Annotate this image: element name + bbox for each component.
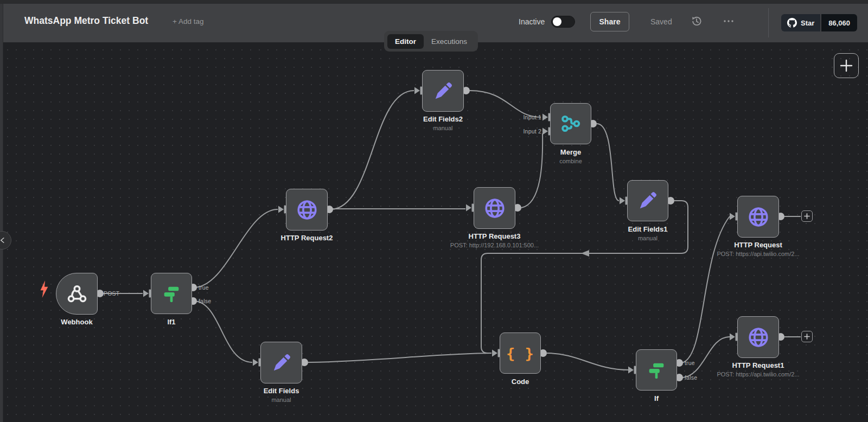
- trigger-bolt-icon: [40, 280, 49, 298]
- add-node-endpoint-httprequest[interactable]: [801, 210, 813, 222]
- node-subtitle: POST: https://api.twilio.com/2...: [677, 251, 840, 257]
- node-edit-fields2[interactable]: Edit Fields2 manual: [422, 70, 464, 112]
- node-http-request3[interactable]: HTTP Request3 POST: http://192.168.0.101…: [474, 187, 515, 229]
- app-window: WhatsApp Metro Ticket Bot + Add tag Inac…: [0, 0, 868, 422]
- node-label: Edit Fields1: [583, 225, 713, 233]
- port-label-post: POST: [104, 290, 119, 297]
- pencil-icon: [271, 352, 292, 374]
- node-edit-fields1[interactable]: Edit Fields1 manual: [627, 180, 668, 221]
- node-label: If1: [106, 318, 237, 326]
- node-subtitle: manual: [362, 125, 525, 131]
- node-label: Edit Fields: [216, 387, 347, 395]
- pencil-icon: [637, 190, 659, 212]
- node-edit-fields[interactable]: Edit Fields manual: [260, 342, 302, 383]
- sidebar-collapsed-strip: [0, 4, 3, 422]
- add-tag-button[interactable]: + Add tag: [173, 17, 203, 25]
- if-signpost-icon: [161, 283, 182, 304]
- globe-icon: [746, 205, 770, 229]
- ellipsis-icon: [722, 17, 736, 25]
- save-status: Saved: [650, 17, 672, 26]
- node-http-request[interactable]: HTTP Request POST: https://api.twilio.co…: [737, 196, 779, 238]
- node-label: If: [591, 394, 722, 402]
- plus-icon: [840, 59, 853, 72]
- node-label: HTTP Request2: [242, 234, 372, 242]
- plus-icon: [804, 213, 810, 219]
- node-http-request2[interactable]: HTTP Request2: [286, 189, 328, 231]
- node-label: Merge: [506, 148, 636, 156]
- activation-toggle[interactable]: [551, 16, 575, 28]
- activation-status-label: Inactive: [519, 17, 545, 26]
- github-star-label: Star: [801, 19, 814, 27]
- node-webhook[interactable]: Webhook: [56, 273, 98, 315]
- add-node-endpoint-httprequest1[interactable]: [801, 331, 813, 342]
- pencil-icon: [432, 80, 454, 102]
- more-options-button[interactable]: [722, 17, 737, 27]
- port-label-merge-input1: Input 1: [511, 114, 541, 120]
- globe-icon: [295, 198, 319, 222]
- webhook-icon: [66, 283, 88, 305]
- toggle-knob: [553, 17, 561, 26]
- globe-icon: [746, 325, 770, 349]
- history-button[interactable]: [690, 15, 703, 28]
- tab-executions[interactable]: Executions: [424, 34, 475, 49]
- port-label-if-true: true: [685, 360, 695, 366]
- github-logo-icon: [787, 18, 797, 28]
- plus-icon: [804, 334, 810, 340]
- github-star-button[interactable]: Star 86,060: [781, 14, 857, 31]
- port-label-merge-input2: Input 2: [511, 128, 541, 135]
- node-label: HTTP Request1: [693, 361, 824, 369]
- node-code[interactable]: { } Code: [500, 333, 541, 374]
- node-merge[interactable]: Merge combine: [550, 103, 591, 144]
- workflow-title[interactable]: WhatsApp Metro Ticket Bot: [24, 15, 148, 27]
- globe-icon: [483, 196, 507, 220]
- node-label: Edit Fields2: [378, 115, 508, 123]
- merge-icon: [559, 112, 582, 135]
- node-subtitle: POST: http://192.168.0.101:500...: [413, 242, 576, 248]
- history-icon: [691, 15, 703, 27]
- code-braces-icon: { }: [506, 345, 534, 362]
- node-label: HTTP Request: [693, 241, 824, 249]
- node-subtitle: combine: [489, 158, 652, 164]
- if-signpost-icon: [646, 359, 667, 381]
- node-subtitle: POST: https://api.twilio.com/2...: [677, 371, 840, 378]
- node-subtitle: manual: [200, 397, 363, 403]
- window-top-strip: [0, 0, 868, 4]
- node-if[interactable]: If: [636, 349, 677, 391]
- share-button[interactable]: Share: [590, 12, 629, 31]
- node-label: Code: [455, 378, 585, 386]
- tab-editor[interactable]: Editor: [387, 34, 424, 49]
- node-if1[interactable]: If1: [151, 273, 192, 314]
- port-label-if-false: false: [685, 374, 697, 381]
- add-node-button[interactable]: [834, 53, 859, 78]
- header-divider: [768, 8, 769, 37]
- chevron-left-icon: [0, 234, 9, 247]
- node-label: HTTP Request3: [430, 232, 560, 240]
- port-label-if1-false: false: [199, 298, 211, 304]
- node-http-request1[interactable]: HTTP Request1 POST: https://api.twilio.c…: [737, 316, 779, 358]
- view-tabs: Editor Executions: [384, 31, 478, 52]
- port-label-if1-true: true: [199, 284, 209, 291]
- github-star-count: 86,060: [821, 14, 857, 31]
